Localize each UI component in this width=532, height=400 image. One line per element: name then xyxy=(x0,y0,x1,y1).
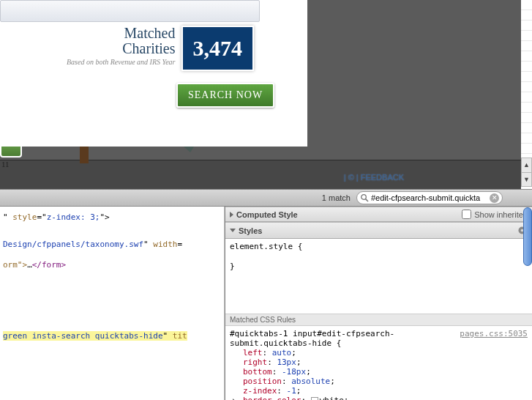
inspector: " style="z-index: 3;"> Design/cfppanels/… xyxy=(0,207,532,400)
computed-label: Computed Style xyxy=(236,210,298,219)
css-property[interactable]: position: absolute; xyxy=(230,377,528,386)
styles-label: Styles xyxy=(239,226,262,235)
matched-label-1: Matched xyxy=(67,26,176,41)
panel-strip xyxy=(0,0,260,22)
scroll-down-icon[interactable]: ▼ xyxy=(522,173,531,187)
css-property[interactable]: border-color: white; xyxy=(230,396,528,401)
search-now-button[interactable]: SEARCH NOW xyxy=(176,83,274,108)
chevron-down-icon xyxy=(230,229,236,232)
page-preview: | © | FEEDBACK 11 Matched Charities Base… xyxy=(0,0,521,189)
styles-panel: Computed Style Show inherited Styles ele… xyxy=(225,207,532,400)
css-property[interactable]: bottom: -18px; xyxy=(230,367,528,377)
matched-rules-header: Matched CSS Rules xyxy=(225,314,532,326)
css-property[interactable]: z-index: -1; xyxy=(230,386,528,396)
search-input[interactable] xyxy=(371,193,490,202)
styles-section-header[interactable]: Styles xyxy=(225,222,532,239)
element-style-open[interactable]: element.style { xyxy=(230,242,528,251)
dom-line-selected[interactable]: green insta-search quicktabs-hide" tit xyxy=(3,330,221,344)
footer-links[interactable]: | © | FEEDBACK xyxy=(344,173,404,182)
clear-icon[interactable]: ✕ xyxy=(490,193,499,203)
svg-line-5 xyxy=(366,199,368,201)
element-style-close: } xyxy=(230,262,528,271)
search-panel: Matched Charities Based on both Revenue … xyxy=(0,0,307,147)
chevron-right-icon xyxy=(230,212,233,218)
css-property[interactable]: left: auto; xyxy=(230,348,528,358)
match-count: 1 match xyxy=(322,193,351,202)
page-vscroll[interactable]: ▲ ▼ xyxy=(521,158,532,187)
computed-section-header[interactable]: Computed Style Show inherited xyxy=(225,207,532,222)
find-bar: 1 match ✕ xyxy=(0,189,532,207)
show-inherited-label: Show inherited xyxy=(474,210,528,219)
matched-sub: Based on both Revenue and IRS Year xyxy=(67,58,176,66)
dom-line[interactable]: Design/cfppanels/taxonomy.swf" width= xyxy=(3,238,221,252)
search-field[interactable]: ✕ xyxy=(356,191,503,204)
scroll-up-icon[interactable]: ▲ xyxy=(522,158,531,173)
css-property[interactable]: right: 13px; xyxy=(230,358,528,367)
show-inherited-checkbox[interactable] xyxy=(462,210,471,219)
elements-panel[interactable]: " style="z-index: 3;"> Design/cfppanels/… xyxy=(0,207,225,400)
styles-scrollbar[interactable] xyxy=(523,207,532,266)
year-text: 11 xyxy=(1,160,10,168)
color-swatch[interactable] xyxy=(311,397,318,401)
search-icon xyxy=(360,193,369,202)
rules-body[interactable]: element.style { } xyxy=(225,239,532,314)
dom-line[interactable]: " style="z-index: 3;"> xyxy=(3,211,221,225)
svg-point-4 xyxy=(361,195,367,200)
matched-count: 3,474 xyxy=(181,26,255,71)
matched-rules-body[interactable]: pages.css:5035 #quicktabs-1 input#edit-c… xyxy=(225,326,532,401)
dom-line[interactable]: orm">…</form> xyxy=(3,259,221,273)
source-link[interactable]: pages.css:5035 xyxy=(460,329,528,338)
matched-label-2: Charities xyxy=(67,41,176,56)
matched-box: Matched Charities Based on both Revenue … xyxy=(26,26,260,73)
